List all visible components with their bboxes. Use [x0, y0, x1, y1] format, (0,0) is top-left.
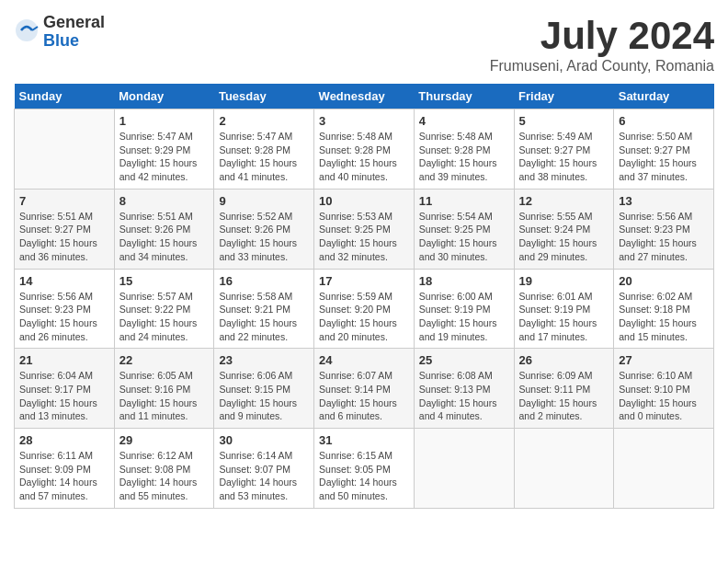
- weekday-header-tuesday: Tuesday: [214, 84, 314, 109]
- calendar-cell: 15Sunrise: 5:57 AMSunset: 9:22 PMDayligh…: [114, 269, 214, 349]
- weekday-header-friday: Friday: [514, 84, 614, 109]
- day-details: Sunrise: 6:04 AMSunset: 9:17 PMDaylight:…: [19, 369, 109, 423]
- day-details: Sunrise: 5:47 AMSunset: 9:28 PMDaylight:…: [219, 130, 309, 184]
- day-number: 10: [319, 194, 409, 208]
- day-details: Sunrise: 5:57 AMSunset: 9:22 PMDaylight:…: [119, 290, 210, 344]
- day-number: 3: [319, 114, 409, 128]
- day-number: 1: [119, 114, 210, 128]
- day-details: Sunrise: 5:51 AMSunset: 9:27 PMDaylight:…: [19, 210, 109, 264]
- calendar-cell: 26Sunrise: 6:09 AMSunset: 9:11 PMDayligh…: [514, 349, 614, 429]
- day-number: 7: [19, 194, 109, 208]
- day-details: Sunrise: 5:47 AMSunset: 9:29 PMDaylight:…: [119, 130, 210, 184]
- day-details: Sunrise: 5:56 AMSunset: 9:23 PMDaylight:…: [619, 210, 709, 264]
- day-number: 16: [219, 274, 309, 288]
- day-details: Sunrise: 5:53 AMSunset: 9:25 PMDaylight:…: [319, 210, 409, 264]
- calendar-week-2: 7Sunrise: 5:51 AMSunset: 9:27 PMDaylight…: [15, 189, 714, 269]
- calendar-week-5: 28Sunrise: 6:11 AMSunset: 9:09 PMDayligh…: [15, 429, 714, 509]
- day-number: 11: [419, 194, 509, 208]
- day-details: Sunrise: 5:58 AMSunset: 9:21 PMDaylight:…: [219, 290, 309, 344]
- day-number: 28: [19, 433, 109, 447]
- day-details: Sunrise: 6:08 AMSunset: 9:13 PMDaylight:…: [419, 369, 509, 423]
- day-number: 17: [319, 274, 409, 288]
- logo-icon: [14, 17, 40, 43]
- svg-point-0: [16, 19, 38, 41]
- calendar-week-3: 14Sunrise: 5:56 AMSunset: 9:23 PMDayligh…: [15, 269, 714, 349]
- day-details: Sunrise: 6:02 AMSunset: 9:18 PMDaylight:…: [619, 290, 709, 344]
- day-details: Sunrise: 5:54 AMSunset: 9:25 PMDaylight:…: [419, 210, 509, 264]
- day-number: 21: [19, 353, 109, 367]
- calendar-cell: 3Sunrise: 5:48 AMSunset: 9:28 PMDaylight…: [314, 109, 415, 190]
- day-number: 25: [419, 353, 509, 367]
- day-number: 9: [219, 194, 309, 208]
- calendar-cell: 4Sunrise: 5:48 AMSunset: 9:28 PMDaylight…: [414, 109, 514, 190]
- calendar-cell: 24Sunrise: 6:07 AMSunset: 9:14 PMDayligh…: [314, 349, 415, 429]
- weekday-header-thursday: Thursday: [414, 84, 514, 109]
- calendar-cell: 22Sunrise: 6:05 AMSunset: 9:16 PMDayligh…: [114, 349, 214, 429]
- day-number: 6: [619, 114, 709, 128]
- calendar-cell: 18Sunrise: 6:00 AMSunset: 9:19 PMDayligh…: [414, 269, 514, 349]
- day-details: Sunrise: 5:51 AMSunset: 9:26 PMDaylight:…: [119, 210, 210, 264]
- calendar-cell: [614, 429, 714, 509]
- calendar-cell: 17Sunrise: 5:59 AMSunset: 9:20 PMDayligh…: [314, 269, 415, 349]
- day-details: Sunrise: 6:12 AMSunset: 9:08 PMDaylight:…: [119, 449, 210, 503]
- calendar-cell: 11Sunrise: 5:54 AMSunset: 9:25 PMDayligh…: [414, 189, 514, 269]
- calendar-cell: 16Sunrise: 5:58 AMSunset: 9:21 PMDayligh…: [214, 269, 314, 349]
- weekday-header-monday: Monday: [114, 84, 214, 109]
- calendar-cell: 19Sunrise: 6:01 AMSunset: 9:19 PMDayligh…: [514, 269, 614, 349]
- day-details: Sunrise: 6:07 AMSunset: 9:14 PMDaylight:…: [319, 369, 409, 423]
- day-details: Sunrise: 6:15 AMSunset: 9:05 PMDaylight:…: [319, 449, 409, 503]
- day-details: Sunrise: 6:01 AMSunset: 9:19 PMDaylight:…: [519, 290, 609, 344]
- calendar-cell: 14Sunrise: 5:56 AMSunset: 9:23 PMDayligh…: [15, 269, 115, 349]
- day-number: 13: [619, 194, 709, 208]
- subtitle: Frumuseni, Arad County, Romania: [490, 58, 714, 75]
- day-details: Sunrise: 5:59 AMSunset: 9:20 PMDaylight:…: [319, 290, 409, 344]
- header-row: SundayMondayTuesdayWednesdayThursdayFrid…: [15, 84, 714, 109]
- calendar-cell: 21Sunrise: 6:04 AMSunset: 9:17 PMDayligh…: [15, 349, 115, 429]
- calendar-cell: 27Sunrise: 6:10 AMSunset: 9:10 PMDayligh…: [614, 349, 714, 429]
- day-number: 23: [219, 353, 309, 367]
- day-number: 20: [619, 274, 709, 288]
- day-number: 4: [419, 114, 509, 128]
- logo-text: General Blue: [43, 14, 105, 51]
- weekday-header-sunday: Sunday: [15, 84, 115, 109]
- day-details: Sunrise: 5:52 AMSunset: 9:26 PMDaylight:…: [219, 210, 309, 264]
- calendar-cell: 30Sunrise: 6:14 AMSunset: 9:07 PMDayligh…: [214, 429, 314, 509]
- day-number: 14: [19, 274, 109, 288]
- calendar-cell: 7Sunrise: 5:51 AMSunset: 9:27 PMDaylight…: [15, 189, 115, 269]
- day-number: 26: [519, 353, 609, 367]
- calendar-cell: 1Sunrise: 5:47 AMSunset: 9:29 PMDaylight…: [114, 109, 214, 190]
- day-details: Sunrise: 6:10 AMSunset: 9:10 PMDaylight:…: [619, 369, 709, 423]
- calendar-cell: [414, 429, 514, 509]
- day-details: Sunrise: 6:00 AMSunset: 9:19 PMDaylight:…: [419, 290, 509, 344]
- calendar-cell: 9Sunrise: 5:52 AMSunset: 9:26 PMDaylight…: [214, 189, 314, 269]
- main-title: July 2024: [490, 14, 714, 58]
- calendar-cell: 5Sunrise: 5:49 AMSunset: 9:27 PMDaylight…: [514, 109, 614, 190]
- day-details: Sunrise: 6:06 AMSunset: 9:15 PMDaylight:…: [219, 369, 309, 423]
- day-number: 5: [519, 114, 609, 128]
- calendar-week-1: 1Sunrise: 5:47 AMSunset: 9:29 PMDaylight…: [15, 109, 714, 190]
- calendar-cell: 10Sunrise: 5:53 AMSunset: 9:25 PMDayligh…: [314, 189, 415, 269]
- day-details: Sunrise: 5:50 AMSunset: 9:27 PMDaylight:…: [619, 130, 709, 184]
- day-number: 2: [219, 114, 309, 128]
- day-number: 8: [119, 194, 210, 208]
- calendar-cell: 13Sunrise: 5:56 AMSunset: 9:23 PMDayligh…: [614, 189, 714, 269]
- day-details: Sunrise: 6:14 AMSunset: 9:07 PMDaylight:…: [219, 449, 309, 503]
- day-number: 24: [319, 353, 409, 367]
- day-number: 15: [119, 274, 210, 288]
- calendar-cell: [15, 109, 115, 190]
- day-details: Sunrise: 5:56 AMSunset: 9:23 PMDaylight:…: [19, 290, 109, 344]
- day-number: 18: [419, 274, 509, 288]
- calendar-cell: 6Sunrise: 5:50 AMSunset: 9:27 PMDaylight…: [614, 109, 714, 190]
- day-details: Sunrise: 5:48 AMSunset: 9:28 PMDaylight:…: [319, 130, 409, 184]
- calendar-cell: [514, 429, 614, 509]
- day-details: Sunrise: 6:11 AMSunset: 9:09 PMDaylight:…: [19, 449, 109, 503]
- logo-general-text: General: [43, 14, 105, 32]
- day-number: 27: [619, 353, 709, 367]
- logo-blue-text: Blue: [43, 32, 105, 51]
- calendar-cell: 12Sunrise: 5:55 AMSunset: 9:24 PMDayligh…: [514, 189, 614, 269]
- weekday-header-wednesday: Wednesday: [314, 84, 415, 109]
- calendar-cell: 20Sunrise: 6:02 AMSunset: 9:18 PMDayligh…: [614, 269, 714, 349]
- day-number: 30: [219, 433, 309, 447]
- day-details: Sunrise: 5:48 AMSunset: 9:28 PMDaylight:…: [419, 130, 509, 184]
- day-details: Sunrise: 6:09 AMSunset: 9:11 PMDaylight:…: [519, 369, 609, 423]
